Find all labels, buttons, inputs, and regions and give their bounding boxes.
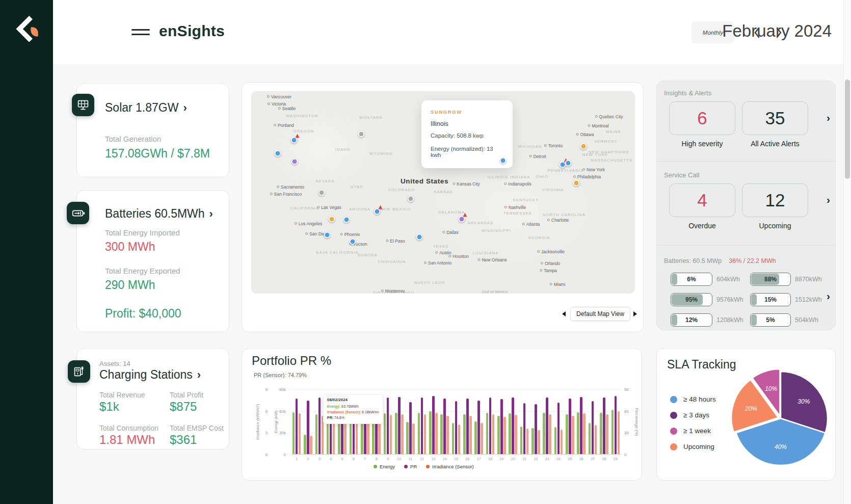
batteries-kpi-card[interactable]: Batteries 60.5MWh› Total Energy Imported… xyxy=(76,190,229,332)
map-marker-blue[interactable] xyxy=(324,232,331,238)
solar-kpi-card[interactable]: Solar 1.87GW› Total Generation 157.08GWh… xyxy=(76,83,229,177)
bar-group[interactable] xyxy=(485,389,496,454)
legend-dot xyxy=(404,465,408,468)
map-state-label: TENNESSEE xyxy=(503,211,532,216)
x-axis-tick: 13 xyxy=(431,457,435,461)
bar-group[interactable] xyxy=(496,389,507,454)
map-marker-gray[interactable] xyxy=(408,196,414,202)
map-state-label: NEVADA xyxy=(315,179,335,183)
map-marker-blue-alert[interactable] xyxy=(291,137,298,144)
map-state-label: MASSACHUSETTS xyxy=(591,158,632,163)
pie-slice-label: 40% xyxy=(775,443,787,450)
bar-group[interactable] xyxy=(393,389,405,454)
bar-group[interactable] xyxy=(610,389,621,454)
bar-group[interactable] xyxy=(519,389,530,454)
tooltip-energy: Energy (normalized): 13 kwh xyxy=(431,146,503,158)
bar-group[interactable] xyxy=(598,389,609,454)
bar-energy xyxy=(315,414,318,454)
bar-irradiance-sensor- xyxy=(458,425,461,454)
stat-box[interactable]: 6 xyxy=(669,101,735,135)
legend-label: PR xyxy=(410,464,417,469)
legend-item[interactable]: PR xyxy=(404,464,417,469)
stat-value: 6 xyxy=(697,108,707,128)
ensights-logo-icon[interactable] xyxy=(13,15,40,42)
bar-group[interactable] xyxy=(473,389,485,454)
chevron-right-icon: › xyxy=(209,207,213,220)
map-view-selector[interactable]: Default Map View xyxy=(570,307,630,321)
legend-label: ≥ 3 days xyxy=(683,411,709,419)
bar-group[interactable] xyxy=(416,389,428,454)
menu-icon[interactable] xyxy=(131,29,150,36)
map-marker-purple[interactable] xyxy=(291,158,298,165)
chevron-right-icon[interactable]: › xyxy=(827,194,830,206)
bar-group[interactable] xyxy=(587,389,598,454)
map-city-label: Orlando xyxy=(541,261,560,266)
sla-pie-chart[interactable]: 30%40%20%10% xyxy=(730,367,832,469)
map-marker-orange[interactable] xyxy=(580,143,587,150)
map-marker-gray[interactable] xyxy=(318,190,325,196)
chevron-right-icon[interactable]: › xyxy=(827,112,830,124)
bar-group[interactable] xyxy=(450,389,462,454)
bar-group[interactable] xyxy=(576,389,587,454)
bar-group[interactable] xyxy=(428,389,439,454)
map-marker-blue[interactable] xyxy=(343,217,350,223)
bar-group[interactable] xyxy=(508,389,519,454)
bar-group[interactable] xyxy=(542,389,553,454)
bar-group[interactable] xyxy=(530,389,541,454)
map-state-label: BAJA CALIFORNIA xyxy=(316,250,358,255)
map-marker-blue[interactable] xyxy=(565,160,572,167)
bar-group[interactable] xyxy=(302,389,313,454)
legend-item[interactable]: Irradiance (Sensor) xyxy=(426,464,473,469)
map-marker-blue[interactable] xyxy=(350,238,356,245)
bar-group[interactable] xyxy=(439,389,450,454)
map-marker-blue[interactable] xyxy=(500,157,507,164)
bar-group[interactable] xyxy=(462,389,473,454)
bar-group[interactable] xyxy=(382,389,393,454)
solar-card-title[interactable]: Solar 1.87GW› xyxy=(105,101,187,115)
bar-group[interactable] xyxy=(564,389,575,454)
map-marker-purple-alert[interactable] xyxy=(459,216,465,223)
chevron-right-icon[interactable]: › xyxy=(827,290,830,302)
map-marker-blue-alert[interactable] xyxy=(374,208,381,215)
bar-irradiance-sensor- xyxy=(606,414,608,454)
map-canvas[interactable]: United States Gulf of Mexico SUNGROW Ill… xyxy=(251,91,635,294)
map-marker-orange[interactable] xyxy=(329,216,335,223)
bar-energy xyxy=(292,412,295,454)
dashboard-page: enSights Monthly February 2024 Solar 1.8… xyxy=(0,0,851,504)
metric-value: 157.08GWh / $7.8M xyxy=(105,147,210,161)
legend-item[interactable]: Energy xyxy=(374,464,395,469)
battery-gauge: 12% xyxy=(671,313,712,327)
stat-box[interactable]: 35 xyxy=(742,101,808,135)
legend-item[interactable]: ≥ 48 hours xyxy=(670,391,716,407)
map-marker-blue[interactable] xyxy=(275,150,281,157)
x-axis-tick: 28 xyxy=(602,457,606,461)
legend-item[interactable]: Upcoming xyxy=(670,439,716,455)
map-state-label: GEORGIA xyxy=(528,235,550,240)
map-city-label: Philadelphia xyxy=(573,174,601,179)
legend-item[interactable]: ≥ 3 days xyxy=(670,407,716,423)
stat-box[interactable]: 12 xyxy=(742,183,808,217)
profit-value: Profit: $40,000 xyxy=(105,307,181,321)
map-state-label: NEW MEXICO xyxy=(380,207,411,211)
bar-pr xyxy=(477,401,480,454)
charging-stations-kpi-card[interactable]: Assets: 14 Charging Stations› Total Reve… xyxy=(76,348,229,449)
y-axis-tick: 60k xyxy=(271,409,286,413)
legend-item[interactable]: ≥ 1 week xyxy=(670,423,716,439)
tooltip-irradiance-label: Irradiance (Sensor): xyxy=(327,410,361,414)
y-axis-tick: 90k xyxy=(271,387,286,392)
x-axis-tick: 24 xyxy=(556,457,561,461)
batteries-card-title[interactable]: Batteries 60.5MWh› xyxy=(105,207,213,221)
map-marker-blue[interactable] xyxy=(416,234,423,241)
stat-box[interactable]: 4 xyxy=(669,183,735,217)
charging-card-title[interactable]: Charging Stations› xyxy=(99,368,201,382)
map-city-label: Vancouver xyxy=(267,94,291,99)
bar-group[interactable] xyxy=(291,389,302,454)
bar-group[interactable] xyxy=(553,389,564,454)
map-view-next-icon[interactable] xyxy=(633,311,637,316)
map-city-label: Ottawa xyxy=(576,132,594,137)
map-marker-orange[interactable] xyxy=(573,180,580,187)
map-view-prev-icon[interactable] xyxy=(562,311,566,316)
scrollbar-thumb[interactable] xyxy=(845,79,850,179)
map-marker-gray[interactable] xyxy=(358,131,365,138)
bar-group[interactable] xyxy=(405,389,416,454)
